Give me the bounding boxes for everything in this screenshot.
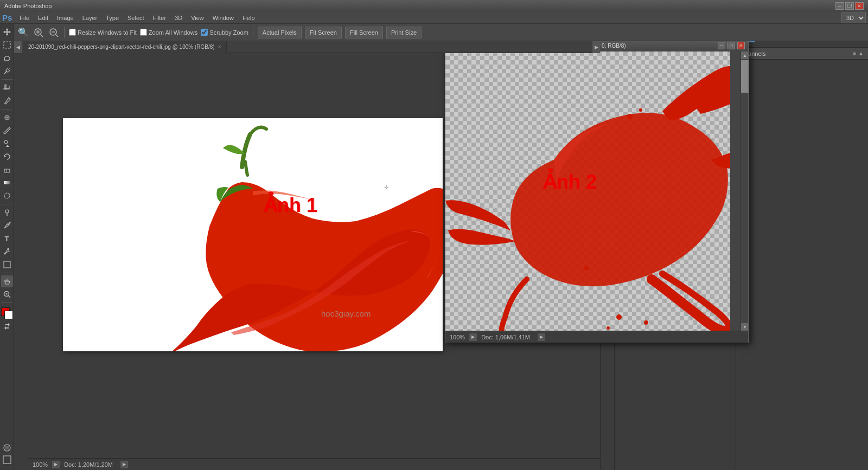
separator-2 [253,27,253,38]
menu-3d[interactable]: 3D [170,14,187,22]
img2-status-btn[interactable]: ▶ [538,333,545,341]
img2-label: Ảnh 2 [543,171,597,194]
svg-point-29 [7,248,9,250]
print-size-button[interactable]: Print Size [386,27,422,38]
svg-point-46 [607,326,610,330]
menu-layer[interactable]: Layer [78,14,102,22]
svg-line-14 [9,69,10,70]
doc-size-main: Doc: 1,20M/1,20M [64,461,113,468]
img2-scrollbar-right[interactable]: ▲ ▼ [741,51,748,331]
restore-button[interactable]: ❐ [845,2,854,10]
hand-tool[interactable] [1,275,13,287]
svg-rect-30 [4,261,10,268]
close-button[interactable]: ✕ [855,2,864,10]
status-arrow[interactable]: ▶ [120,461,128,468]
svg-rect-22 [7,169,7,172]
clone-stamp-tool[interactable] [1,138,13,150]
options-bar: 🔍 Resize Windows to Fit Zoom All Windows… [14,24,868,41]
img2-close-btn[interactable]: ✕ [737,42,745,49]
img2-zoom-btn[interactable]: ▶ [469,333,477,341]
history-brush-tool[interactable] [1,151,13,163]
channels-menu[interactable]: ≡ [853,50,856,56]
extra-tools [1,442,13,466]
tab-img1[interactable]: 20-201090_red-chili-peppers-png-clipart-… [23,41,227,53]
panel-collapse-right[interactable]: ▶ [592,41,600,53]
pen-tool[interactable] [1,220,13,231]
zoom-all-windows-checkbox[interactable]: Zoom All Windows [140,29,197,36]
statusbar-main: 100% ▶ Doc: 1,20M/1,20M ▶ hoc3giay.com [28,458,600,470]
zoom-out-icon[interactable] [48,27,60,38]
menu-type[interactable]: Type [101,14,123,22]
zoom-in-icon[interactable] [33,27,44,38]
zoom-info-btn[interactable]: ▶ [52,461,60,468]
actual-pixels-button[interactable]: Actual Pixels [258,27,302,38]
separator-1 [64,27,65,38]
img2-minimize-btn[interactable]: ─ [718,42,725,49]
fit-screen-button[interactable]: Fit Screen [305,27,342,38]
lasso-tool[interactable] [1,52,13,64]
svg-line-32 [8,296,10,298]
panel-collapse-left[interactable]: ◀ [14,41,22,53]
svg-point-8 [4,56,10,61]
tool-sep-5 [2,302,12,303]
svg-point-24 [4,193,10,198]
magic-wand-tool[interactable] [1,65,13,77]
menu-window[interactable]: Window [208,14,238,22]
svg-point-47 [644,320,648,325]
minimize-button[interactable]: ─ [835,2,844,10]
zoom-tool-icon[interactable]: 🔍 [17,27,29,38]
screen-mode-button[interactable] [1,454,13,466]
menu-file[interactable]: File [15,14,34,22]
menu-edit[interactable]: Edit [34,14,53,22]
img2-maximize-btn[interactable]: □ [727,42,735,49]
eraser-tool[interactable] [1,164,13,176]
workspace-dropdown[interactable]: 3D [841,12,866,23]
swap-colors-icon[interactable] [3,323,11,331]
menu-select[interactable]: Select [123,14,149,22]
svg-point-27 [8,224,9,225]
tool-sep-1 [2,79,12,80]
dodge-tool[interactable] [1,207,13,218]
blur-tool[interactable] [1,190,13,202]
titlebar: Adobe Photoshop ─ ❐ ✕ [0,0,868,12]
path-select-tool[interactable] [1,246,13,257]
move-tool[interactable] [1,26,13,38]
gradient-tool[interactable] [1,177,13,189]
svg-rect-23 [4,181,10,184]
svg-point-28 [4,253,5,255]
svg-point-42 [627,114,633,119]
tab-close-btn[interactable]: × [218,44,221,50]
menu-view[interactable]: View [187,14,208,22]
fill-screen-button[interactable]: Fill Screen [345,27,383,38]
svg-point-25 [5,210,9,213]
foreground-color-swatch[interactable] [1,307,13,319]
crop-tool[interactable] [1,82,13,94]
svg-point-20 [4,140,8,144]
svg-rect-36 [5,446,9,449]
img1-label: Ảnh 1 [264,194,317,217]
menu-filter[interactable]: Filter [149,14,170,22]
menubar: Ps File Edit Image Layer Type Select Fil… [0,12,868,24]
healing-brush-tool[interactable] [1,112,13,124]
menu-help[interactable]: Help [238,14,259,22]
eyedropper-tool[interactable] [1,95,13,107]
img2-zoom: 100% [450,334,465,340]
img2-doc-size: Doc: 1,06M/1,41M [481,334,530,340]
scrubby-zoom-checkbox[interactable]: Scrubby Zoom [201,29,248,36]
menu-image[interactable]: Image [53,14,78,22]
brush-tool[interactable] [1,125,13,137]
tabs-bar: ◀ 20-201090_red-chili-peppers-png-clipar… [14,41,600,53]
resize-windows-checkbox[interactable]: Resize Windows to Fit [69,29,137,36]
far-right-panel: 3D ℹ Info Channels ≡ ▲ [736,24,868,470]
img1-canvas: Ảnh 1 [63,118,443,351]
toolbar-left: T [0,24,14,470]
zoom-level-main: 100% [33,461,48,468]
shape-tool[interactable] [1,259,13,271]
zoom-tool[interactable] [1,288,13,300]
channels-collapse[interactable]: ▲ [858,50,864,56]
text-tool[interactable]: T [1,233,13,244]
svg-rect-37 [3,456,11,463]
svg-point-45 [616,314,622,320]
quick-mask-button[interactable] [1,442,13,454]
rectangle-select-tool[interactable] [1,39,13,51]
